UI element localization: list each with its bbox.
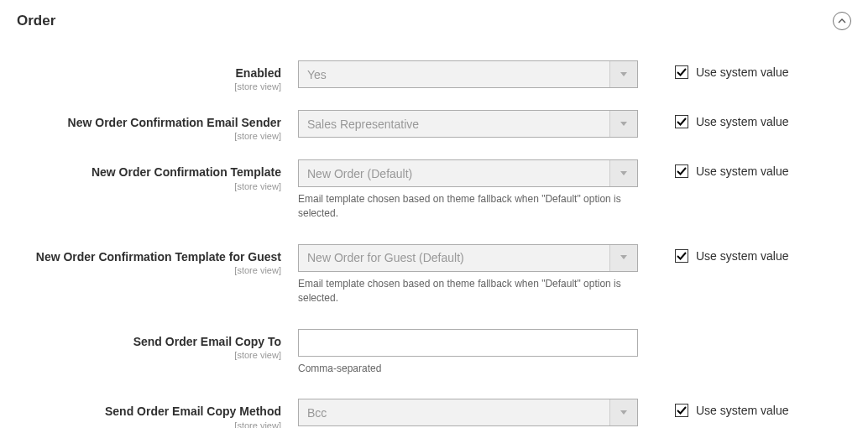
use-system-checkbox-copy-method[interactable] (675, 404, 688, 417)
section-header: Order (17, 12, 851, 30)
field-label: New Order Confirmation Email Sender (17, 115, 281, 130)
input-col: Yes (298, 60, 638, 88)
scope-label: [store view] (17, 265, 281, 275)
check-icon (677, 166, 687, 176)
use-default-col: Use system value (638, 159, 788, 178)
use-system-checkbox-enabled[interactable] (675, 65, 688, 79)
use-system-label[interactable]: Use system value (696, 65, 788, 79)
field-row-copy-to: Send Order Email Copy To [store view] Co… (17, 329, 851, 376)
use-system-label[interactable]: Use system value (696, 115, 788, 128)
sender-select[interactable]: Sales Representative (298, 110, 638, 138)
check-icon (677, 405, 687, 415)
check-icon (677, 117, 687, 127)
enabled-select[interactable]: Yes (298, 60, 638, 88)
label-col: New Order Confirmation Template for Gues… (17, 244, 298, 275)
dropdown-arrow (609, 245, 637, 271)
use-system-label[interactable]: Use system value (696, 164, 788, 178)
select-value: Yes (299, 61, 609, 87)
field-row-template: New Order Confirmation Template [store v… (17, 159, 851, 221)
helper-text: Comma-separated (298, 362, 638, 376)
select-value: New Order (Default) (299, 160, 609, 186)
use-default-col (638, 329, 675, 334)
field-row-enabled: Enabled [store view] Yes Use system valu… (17, 60, 851, 91)
use-default-col: Use system value (638, 244, 788, 263)
copy-to-input[interactable] (298, 329, 638, 357)
caret-down-icon (620, 122, 627, 127)
input-col: New Order for Guest (Default) Email temp… (298, 244, 638, 305)
field-label: Enabled (17, 65, 281, 81)
input-col: Sales Representative (298, 110, 638, 138)
dropdown-arrow (609, 399, 637, 425)
dropdown-arrow (609, 111, 637, 137)
select-value: New Order for Guest (Default) (299, 245, 609, 271)
check-icon (677, 67, 687, 77)
field-label: New Order Confirmation Template for Gues… (17, 249, 281, 264)
scope-label: [store view] (17, 350, 281, 360)
helper-text: Email template chosen based on theme fal… (298, 277, 638, 305)
field-label: Send Order Email Copy To (17, 334, 281, 349)
use-system-checkbox-template[interactable] (675, 164, 688, 178)
field-label: Send Order Email Copy Method (17, 404, 281, 419)
field-row-guest-template: New Order Confirmation Template for Gues… (17, 244, 851, 305)
label-col: Send Order Email Copy To [store view] (17, 329, 298, 360)
helper-text: Email template chosen based on theme fal… (298, 192, 638, 221)
field-label: New Order Confirmation Template (17, 164, 281, 180)
guest-template-select[interactable]: New Order for Guest (Default) (298, 244, 638, 272)
dropdown-arrow (609, 160, 637, 186)
scope-label: [store view] (17, 81, 281, 91)
use-system-checkbox-sender[interactable] (675, 115, 688, 128)
use-system-checkbox-guest-template[interactable] (675, 249, 688, 263)
section-title: Order (17, 13, 55, 29)
check-icon (677, 251, 687, 261)
use-default-col: Use system value (638, 60, 788, 79)
use-default-col: Use system value (638, 399, 788, 417)
use-system-label[interactable]: Use system value (696, 404, 788, 417)
select-value: Bcc (299, 399, 609, 425)
label-col: Send Order Email Copy Method [store view… (17, 399, 298, 428)
field-row-copy-method: Send Order Email Copy Method [store view… (17, 399, 851, 428)
field-row-sender: New Order Confirmation Email Sender [sto… (17, 110, 851, 141)
caret-down-icon (620, 72, 627, 77)
scope-label: [store view] (17, 181, 281, 191)
template-select[interactable]: New Order (Default) (298, 159, 638, 187)
chevron-up-icon (838, 17, 846, 25)
select-value: Sales Representative (299, 111, 609, 137)
label-col: New Order Confirmation Template [store v… (17, 159, 298, 191)
scope-label: [store view] (17, 420, 281, 428)
caret-down-icon (620, 171, 627, 176)
copy-method-select[interactable]: Bcc (298, 399, 638, 426)
label-col: New Order Confirmation Email Sender [sto… (17, 110, 298, 141)
label-col: Enabled [store view] (17, 60, 298, 91)
caret-down-icon (620, 255, 627, 260)
input-col: New Order (Default) Email template chose… (298, 159, 638, 221)
scope-label: [store view] (17, 131, 281, 141)
caret-down-icon (620, 410, 627, 415)
input-col: Bcc (298, 399, 638, 426)
collapse-toggle[interactable] (833, 12, 851, 30)
input-col: Comma-separated (298, 329, 638, 376)
dropdown-arrow (609, 61, 637, 87)
use-system-label[interactable]: Use system value (696, 249, 788, 263)
use-default-col: Use system value (638, 110, 788, 128)
